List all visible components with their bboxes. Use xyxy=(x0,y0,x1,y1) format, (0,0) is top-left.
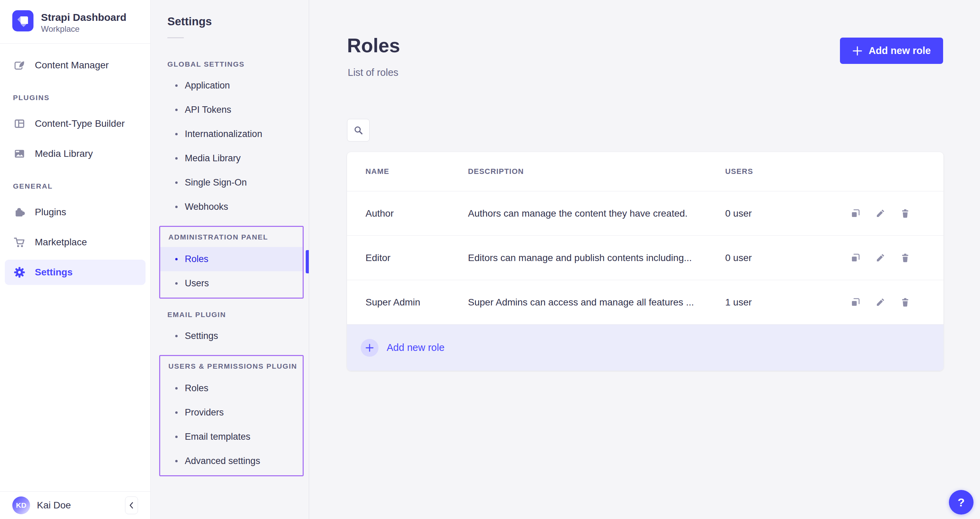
duplicate-role-button[interactable] xyxy=(850,253,861,263)
delete-role-button[interactable] xyxy=(900,297,911,308)
bullet-icon xyxy=(175,460,178,462)
role-name: Author xyxy=(366,208,468,219)
bullet-icon xyxy=(175,181,178,184)
plus-circle xyxy=(361,339,379,357)
pencil-icon xyxy=(875,297,886,308)
duplicate-role-button[interactable] xyxy=(850,297,861,308)
plus-icon xyxy=(365,343,374,352)
group-label-global-settings: GLOBAL SETTINGS xyxy=(167,60,309,68)
page-title: Roles xyxy=(347,34,400,57)
help-button[interactable]: ? xyxy=(949,490,974,514)
sidebar-item-content-type-builder[interactable]: Content-Type Builder xyxy=(5,111,145,136)
roles-table-card: NAME DESCRIPTION USERS Author Authors ca… xyxy=(347,152,943,371)
role-users-count: 1 user xyxy=(725,297,850,308)
subnav-item-up-providers[interactable]: Providers xyxy=(160,400,303,425)
subnav-item-up-email-templates[interactable]: Email templates xyxy=(160,425,303,449)
sidebar-item-plugins[interactable]: Plugins xyxy=(5,199,145,225)
sidebar-item-label: Settings xyxy=(35,267,72,278)
workspace-name: Workplace xyxy=(41,24,126,34)
add-new-role-button[interactable]: Add new role xyxy=(840,38,943,64)
add-new-role-row[interactable]: Add new role xyxy=(347,324,943,371)
edit-role-button[interactable] xyxy=(875,208,886,219)
delete-role-button[interactable] xyxy=(900,208,911,219)
subnav-item-up-advanced-settings[interactable]: Advanced settings xyxy=(160,449,303,473)
table-row-super-admin[interactable]: Super Admin Super Admins can access and … xyxy=(347,280,943,324)
table-row-author[interactable]: Author Authors can manage the content th… xyxy=(347,191,943,236)
sidebar-item-label: Plugins xyxy=(35,207,66,218)
trash-icon xyxy=(900,253,911,263)
subnav-item-internationalization[interactable]: Internationalization xyxy=(151,122,309,146)
bullet-icon xyxy=(175,258,178,260)
main-sidebar: Strapi Dashboard Workplace Content Manag… xyxy=(0,0,151,519)
edit-role-button[interactable] xyxy=(875,297,886,308)
subnav-item-label: Roles xyxy=(185,383,208,393)
role-description: Super Admins can access and manage all f… xyxy=(468,297,725,308)
app-title: Strapi Dashboard xyxy=(41,12,126,23)
table-header-row: NAME DESCRIPTION USERS xyxy=(347,152,943,191)
tour-highlight-administration-panel: ADMINISTRATION PANEL Roles Users xyxy=(159,226,304,299)
puzzle-icon xyxy=(13,206,26,219)
user-name[interactable]: Kai Doe xyxy=(37,500,71,511)
subnav-item-email-settings[interactable]: Settings xyxy=(151,324,309,348)
subnav-item-label: Providers xyxy=(185,407,224,418)
subnav-item-label: Webhooks xyxy=(185,202,228,212)
subnav-item-webhooks[interactable]: Webhooks xyxy=(151,195,309,219)
strapi-logo xyxy=(12,10,33,32)
bullet-icon xyxy=(175,282,178,285)
sidebar-item-marketplace[interactable]: Marketplace xyxy=(5,229,145,255)
tour-highlight-users-permissions: USERS & PERMISSIONS PLUGIN Roles Provide… xyxy=(159,355,304,476)
cart-icon xyxy=(13,236,26,249)
trash-icon xyxy=(900,208,911,219)
column-header-description: DESCRIPTION xyxy=(468,167,725,176)
sidebar-item-media-library[interactable]: Media Library xyxy=(5,141,145,166)
duplicate-role-button[interactable] xyxy=(850,208,861,219)
subnav-item-label: Roles xyxy=(185,254,208,264)
column-header-name: NAME xyxy=(366,167,468,176)
pencil-icon xyxy=(875,208,886,219)
subnav-item-media-library[interactable]: Media Library xyxy=(151,146,309,170)
sidebar-item-settings[interactable]: Settings xyxy=(5,260,145,285)
subnav-item-admin-roles[interactable]: Roles xyxy=(160,247,303,271)
avatar[interactable]: KD xyxy=(12,497,30,514)
table-row-editor[interactable]: Editor Editors can manage and publish co… xyxy=(347,236,943,280)
role-name: Editor xyxy=(366,253,468,263)
subnav-item-admin-users[interactable]: Users xyxy=(160,271,303,296)
sidebar-footer: KD Kai Doe xyxy=(0,491,150,519)
workspace-switcher[interactable]: Strapi Dashboard Workplace xyxy=(0,0,150,44)
bullet-icon xyxy=(175,109,178,111)
subnav-item-single-sign-on[interactable]: Single Sign-On xyxy=(151,170,309,195)
add-new-role-row-label: Add new role xyxy=(387,342,444,353)
search-button[interactable] xyxy=(347,119,369,142)
page-subtitle: List of roles xyxy=(348,67,398,78)
subnav-item-label: Single Sign-On xyxy=(185,177,247,188)
bullet-icon xyxy=(175,411,178,414)
bullet-icon xyxy=(175,436,178,438)
sidebar-item-label: Content Manager xyxy=(35,60,109,71)
collapse-sidebar-button[interactable] xyxy=(125,497,138,514)
bullet-icon xyxy=(175,206,178,208)
edit-role-button[interactable] xyxy=(875,253,886,263)
chevron-left-icon xyxy=(129,501,134,509)
subnav-title: Settings xyxy=(167,15,309,28)
question-mark-icon: ? xyxy=(958,496,965,509)
add-new-role-label: Add new role xyxy=(869,45,931,56)
subnav-item-up-roles[interactable]: Roles xyxy=(160,376,303,400)
duplicate-icon xyxy=(850,208,861,219)
bullet-icon xyxy=(175,84,178,87)
subnav-divider xyxy=(167,37,184,38)
search-icon xyxy=(353,125,363,135)
bullet-icon xyxy=(175,133,178,135)
group-label-administration-panel: ADMINISTRATION PANEL xyxy=(169,233,303,241)
subnav-item-label: Internationalization xyxy=(185,129,262,139)
active-page-indicator xyxy=(306,250,309,273)
group-label-email-plugin: EMAIL PLUGIN xyxy=(167,310,309,319)
delete-role-button[interactable] xyxy=(900,253,911,263)
subnav-item-label: Application xyxy=(185,80,230,91)
sidebar-item-content-manager[interactable]: Content Manager xyxy=(5,53,145,78)
subnav-item-application[interactable]: Application xyxy=(151,73,309,98)
sidebar-section-plugins: PLUGINS xyxy=(13,94,150,102)
subnav-item-label: Media Library xyxy=(185,153,241,164)
subnav-item-api-tokens[interactable]: API Tokens xyxy=(151,98,309,122)
pencil-icon xyxy=(875,253,886,263)
duplicate-icon xyxy=(850,297,861,308)
